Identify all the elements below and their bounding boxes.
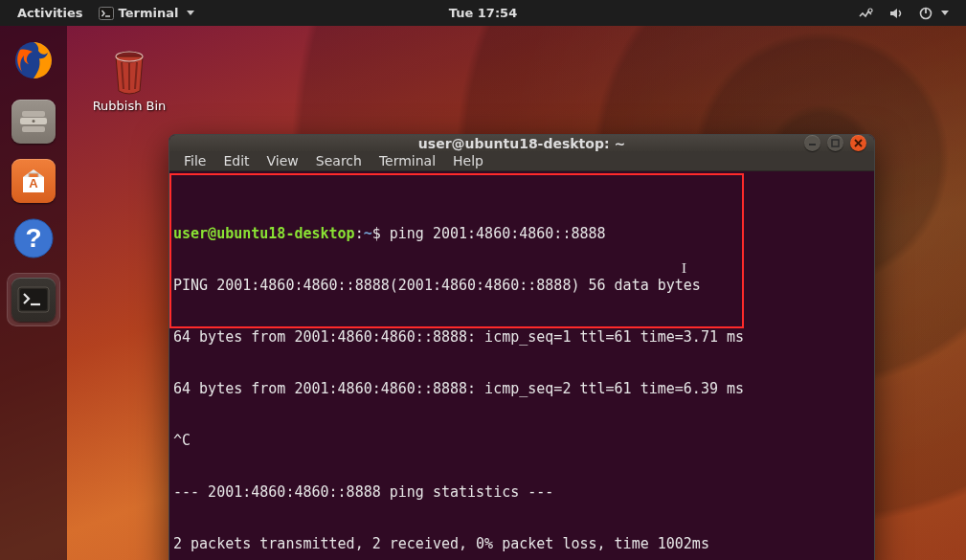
trash-glyph-icon — [106, 49, 152, 95]
minimize-button[interactable] — [804, 135, 820, 151]
text-cursor-ibeam-icon: I — [682, 259, 686, 277]
svg-text:?: ? — [25, 223, 41, 253]
svg-text:A: A — [29, 176, 38, 190]
window-titlebar[interactable]: user@ubuntu18-desktop: ~ — [169, 135, 874, 151]
power-status-icon[interactable] — [911, 0, 956, 26]
app-indicator[interactable]: Terminal — [91, 0, 203, 26]
svg-rect-16 — [20, 289, 47, 310]
svg-rect-3 — [832, 140, 839, 146]
command-text: ping 2001:4860:4860::8888 — [390, 225, 606, 242]
svg-rect-18 — [99, 7, 113, 19]
terminal-line: user@ubuntu18-desktop:~$ ping 2001:4860:… — [171, 225, 872, 242]
prompt-path: ~ — [364, 225, 372, 242]
software-icon: A — [11, 159, 56, 203]
files-icon — [11, 100, 56, 144]
window-controls — [804, 135, 866, 151]
launcher-software[interactable]: A — [7, 154, 60, 208]
terminal-menubar: File Edit View Search Terminal Help — [169, 151, 874, 171]
menu-file[interactable]: File — [175, 151, 214, 170]
annotation-red-box — [169, 173, 744, 328]
svg-point-20 — [868, 9, 872, 12]
terminal-body[interactable]: user@ubuntu18-desktop:~$ ping 2001:4860:… — [169, 171, 874, 560]
menu-view[interactable]: View — [258, 151, 307, 170]
launcher-firefox[interactable] — [7, 35, 60, 89]
terminal-output-line: 2 packets transmitted, 2 received, 0% pa… — [171, 535, 872, 552]
network-status-icon[interactable] — [850, 0, 881, 26]
menu-edit[interactable]: Edit — [214, 151, 258, 170]
svg-rect-7 — [22, 111, 45, 117]
svg-point-10 — [33, 120, 35, 123]
prompt-symbol: $ — [372, 225, 381, 242]
firefox-icon — [11, 38, 56, 86]
clock[interactable]: Tue 17:54 — [441, 0, 525, 26]
terminal-output-line: 64 bytes from 2001:4860:4860::8888: icmp… — [171, 380, 872, 397]
menu-terminal[interactable]: Terminal — [371, 151, 444, 170]
terminal-window: user@ubuntu18-desktop: ~ File Edit View … — [168, 134, 875, 560]
menu-search[interactable]: Search — [307, 151, 371, 170]
sound-status-icon[interactable] — [881, 0, 911, 26]
launcher-terminal[interactable] — [7, 273, 60, 326]
launcher-dock: A ? — [0, 26, 67, 560]
svg-rect-9 — [22, 126, 45, 132]
prompt-user-host: user@ubuntu18-desktop — [173, 225, 355, 242]
trash-icon[interactable]: Rubbish Bin — [86, 49, 172, 113]
maximize-button[interactable] — [827, 135, 843, 151]
terminal-output-line: --- 2001:4860:4860::8888 ping statistics… — [171, 483, 872, 501]
window-title: user@ubuntu18-desktop: ~ — [418, 136, 625, 151]
terminal-output-line: ^C — [171, 432, 872, 449]
activities-button[interactable]: Activities — [10, 0, 91, 26]
close-button[interactable] — [850, 135, 866, 151]
menu-help[interactable]: Help — [444, 151, 492, 170]
app-indicator-label: Terminal — [119, 6, 179, 20]
top-panel: Activities Terminal Tue 17:54 — [0, 0, 966, 26]
desktop-background[interactable]: Rubbish Bin user@ubuntu18-desktop: ~ Fil… — [0, 26, 966, 560]
terminal-output-line: 64 bytes from 2001:4860:4860::8888: icmp… — [171, 328, 872, 346]
launcher-help[interactable]: ? — [7, 213, 60, 267]
terminal-icon — [11, 278, 56, 322]
trash-label: Rubbish Bin — [86, 99, 172, 113]
help-icon: ? — [11, 216, 56, 264]
terminal-small-icon — [99, 6, 114, 21]
launcher-files[interactable] — [7, 95, 60, 148]
terminal-output-line: PING 2001:4860:4860::8888(2001:4860:4860… — [171, 277, 872, 294]
